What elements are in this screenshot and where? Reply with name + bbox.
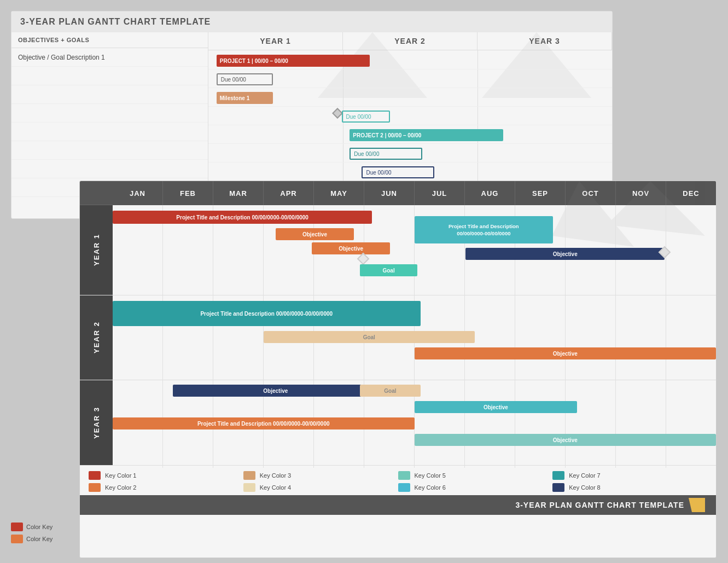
key-col-2: Key Color 3 Key Color 4 xyxy=(243,471,398,492)
month-dec: DEC xyxy=(666,181,716,205)
bg-key-item-1: Color Key xyxy=(11,523,53,531)
footer-title: 3-YEAR PLAN GANTT CHART TEMPLATE xyxy=(515,501,684,509)
bg-hline-2 xyxy=(208,88,612,88)
y3-bar-goal1: Goal xyxy=(360,385,420,397)
month-oct: OCT xyxy=(566,181,616,205)
key-swatch-8 xyxy=(552,483,564,492)
key-swatch-7 xyxy=(552,471,564,480)
key-item-2: Key Color 2 xyxy=(89,483,243,492)
y3-bar-obj3: Objective xyxy=(415,434,717,446)
bg-row-4 xyxy=(11,104,208,123)
y1-bar-obj1: Objective xyxy=(276,228,354,240)
year1-content: Project Title and Description 00/00/0000… xyxy=(113,205,716,295)
key-swatch-2 xyxy=(89,483,101,492)
month-mar: MAR xyxy=(213,181,264,205)
key-col-3: Key Color 5 Key Color 6 xyxy=(398,471,553,492)
bg-bar-project1: PROJECT 1 | 00/00 – 00/00 xyxy=(217,55,370,67)
y1-bar-obj3: Objective xyxy=(465,248,665,260)
y2-bar-obj1: Objective xyxy=(415,347,717,359)
month-aug: AUG xyxy=(465,181,515,205)
bg-hline-6 xyxy=(208,162,612,162)
bg-hline-1 xyxy=(208,69,612,69)
footer-accent xyxy=(689,498,705,512)
key-item-8: Key Color 8 xyxy=(552,483,707,492)
key-label-6: Key Color 6 xyxy=(415,484,446,491)
key-item-3: Key Color 3 xyxy=(243,471,398,480)
bg-year-2: YEAR 2 xyxy=(343,32,477,50)
month-jul: JUL xyxy=(415,181,465,205)
key-label-1: Key Color 1 xyxy=(105,472,136,479)
bg-year-headers: YEAR 1 YEAR 2 YEAR 3 xyxy=(208,32,612,50)
key-label-2: Key Color 2 xyxy=(105,484,136,491)
month-feb: FEB xyxy=(163,181,213,205)
y3-bar-project1: Project Title and Description 00/00/0000… xyxy=(113,417,415,429)
y3-col-aug xyxy=(465,380,515,468)
bg-key-label-2: Color Key xyxy=(26,536,53,542)
year3-section: YEAR 3 Objective Goal Objective Project … xyxy=(80,380,716,465)
key-label-4: Key Color 4 xyxy=(260,484,291,491)
bg-row-7 xyxy=(11,160,208,178)
bg-hline-3 xyxy=(208,106,612,107)
key-swatch-5 xyxy=(398,471,410,480)
y2-col-oct xyxy=(566,295,616,383)
year3-label: YEAR 3 xyxy=(80,380,113,465)
main-card: JAN FEB MAR APR MAY JUN JUL AUG SEP OCT … xyxy=(79,181,717,558)
key-item-7: Key Color 7 xyxy=(552,471,707,480)
bg-row-1: Objective / Goal Description 1 xyxy=(11,48,208,67)
y2-col-sep xyxy=(515,295,566,383)
y1-bar-project2: Project Title and Description00/00/0000-… xyxy=(415,216,554,243)
bg-key-label-1: Color Key xyxy=(26,524,53,530)
y1-bar-project1: Project Title and Description 00/00/0000… xyxy=(113,211,372,224)
y3-col-oct xyxy=(566,380,616,468)
header-corner xyxy=(80,181,113,205)
footer-bar: 3-YEAR PLAN GANTT CHART TEMPLATE xyxy=(80,495,716,515)
key-label-8: Key Color 8 xyxy=(569,484,600,491)
bg-row-6 xyxy=(11,141,208,160)
bg-bar-project2: PROJECT 2 | 00/00 – 00/00 xyxy=(350,129,503,141)
bg-bar-milestone1: Milestone 1 xyxy=(217,92,273,104)
y3-col-jul xyxy=(415,380,465,468)
month-may: MAY xyxy=(314,181,364,205)
key-label-7: Key Color 7 xyxy=(569,472,600,479)
bg-due-3: Due 00/00 xyxy=(350,148,422,160)
year1-section: YEAR 1 Project Title and Description 00/… xyxy=(80,205,716,295)
y3-bar-obj2: Objective xyxy=(415,401,578,413)
year3-content: Objective Goal Objective Project Title a… xyxy=(113,380,716,468)
y2-bar-project1: Project Title and Description 00/00/0000… xyxy=(113,301,421,326)
bg-row-2 xyxy=(11,67,208,85)
bg-year-1: YEAR 1 xyxy=(208,32,343,50)
bg-key-swatch-2 xyxy=(11,535,23,543)
key-swatch-6 xyxy=(398,483,410,492)
y1-bar-goal1: Goal xyxy=(360,264,417,276)
col-dec xyxy=(666,205,716,295)
bg-row-5 xyxy=(11,123,208,141)
month-jun: JUN xyxy=(364,181,415,205)
bg-year-3: YEAR 3 xyxy=(477,32,612,50)
y3-col-sep xyxy=(515,380,566,468)
y3-col-nov xyxy=(616,380,666,468)
month-jan: JAN xyxy=(113,181,163,205)
y2-col-nov xyxy=(616,295,666,383)
header-row: JAN FEB MAR APR MAY JUN JUL AUG SEP OCT … xyxy=(80,181,716,205)
color-key-legend: Key Color 1 Key Color 2 Key Color 3 Key … xyxy=(80,465,716,495)
y3-col-dec xyxy=(666,380,716,468)
key-swatch-1 xyxy=(89,471,101,480)
key-item-6: Key Color 6 xyxy=(398,483,553,492)
key-item-5: Key Color 5 xyxy=(398,471,553,480)
bg-hline-5 xyxy=(208,143,612,144)
year2-content: Project Title and Description 00/00/0000… xyxy=(113,295,716,383)
bg-due-1: Due 00/00 xyxy=(217,73,273,85)
month-apr: APR xyxy=(264,181,314,205)
year1-label: YEAR 1 xyxy=(80,205,113,295)
key-swatch-4 xyxy=(243,483,255,492)
month-nov: NOV xyxy=(616,181,666,205)
bg-hline-4 xyxy=(208,125,612,125)
y2-col-dec xyxy=(666,295,716,383)
bg-due-2: Due 00/00 xyxy=(342,111,391,123)
year2-label: YEAR 2 xyxy=(80,295,113,380)
month-headers: JAN FEB MAR APR MAY JUN JUL AUG SEP OCT … xyxy=(113,181,716,205)
bg-due-4: Due 00/00 xyxy=(362,166,434,178)
bg-key-swatch-1 xyxy=(11,523,23,531)
bg-key-item-2: Color Key xyxy=(11,535,53,543)
y1-bar-obj2: Objective xyxy=(312,242,390,254)
